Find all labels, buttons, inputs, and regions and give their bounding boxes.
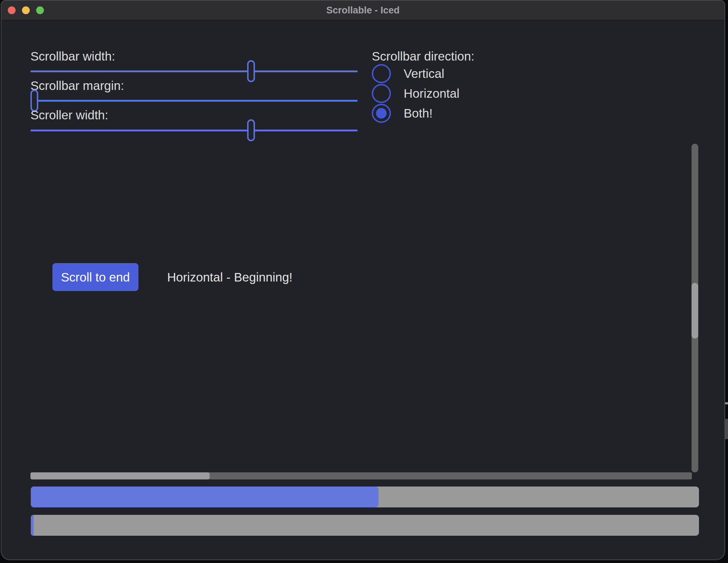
- scrollbar-direction-radio-group: Vertical Horizontal Both!: [372, 64, 460, 123]
- scroll-to-end-button[interactable]: Scroll to end: [52, 263, 138, 291]
- progress-bar-fill: [31, 487, 379, 507]
- zoom-button[interactable]: [36, 6, 44, 14]
- vertical-scrollbar-track[interactable]: [692, 144, 698, 472]
- background-window-sliver: [725, 0, 728, 563]
- progress-bar-horizontal: [31, 487, 699, 507]
- progress-bar-vertical: [31, 515, 699, 536]
- horizontal-scrollbar-thumb[interactable]: [30, 472, 210, 479]
- background-window-edge-dark: [725, 419, 728, 439]
- radio-circle-icon[interactable]: [372, 64, 391, 83]
- slider-rail[interactable]: [30, 70, 358, 72]
- progress-bar-fill: [31, 515, 34, 536]
- radio-circle-icon[interactable]: [372, 84, 391, 103]
- scroller-width-slider[interactable]: [30, 119, 358, 141]
- slider-handle[interactable]: [247, 60, 255, 82]
- radio-option-horizontal[interactable]: Horizontal: [372, 84, 460, 103]
- scrollbar-direction-label: Scrollbar direction:: [372, 49, 474, 63]
- radio-option-both[interactable]: Both!: [372, 103, 460, 123]
- radio-option-vertical[interactable]: Vertical: [372, 64, 460, 84]
- title-bar: Scrollable - Iced: [1, 1, 724, 21]
- scroll-status-text: Horizontal - Beginning!: [167, 263, 292, 291]
- vertical-scrollbar-thumb[interactable]: [692, 283, 698, 339]
- minimize-button[interactable]: [22, 6, 30, 14]
- radio-option-label: Horizontal: [404, 86, 460, 101]
- background-window-edge-light: [725, 402, 728, 404]
- horizontal-scrollbar-track[interactable]: [30, 472, 692, 479]
- radio-option-label: Vertical: [404, 67, 444, 81]
- slider-rail[interactable]: [30, 130, 358, 131]
- close-button[interactable]: [8, 6, 16, 14]
- traffic-lights: [1, 1, 44, 20]
- slider-handle[interactable]: [247, 119, 255, 141]
- radio-circle-icon[interactable]: [372, 104, 391, 123]
- app-window: Scrollable - Iced Scrollbar width: Scrol…: [1, 0, 725, 560]
- radio-dot-icon: [376, 108, 387, 119]
- slider-rail[interactable]: [30, 100, 358, 102]
- radio-option-label: Both!: [404, 106, 433, 120]
- window-title: Scrollable - Iced: [326, 5, 399, 16]
